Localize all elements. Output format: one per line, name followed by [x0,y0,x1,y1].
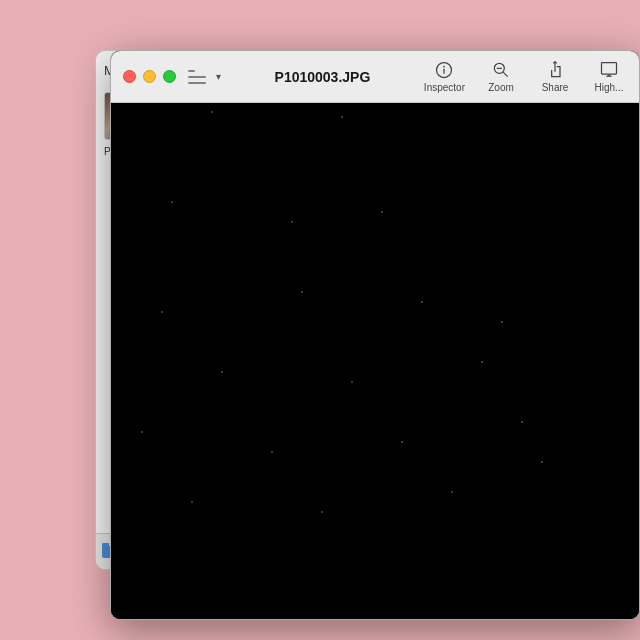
star-dot [501,321,503,323]
traffic-lights [123,70,176,83]
inspector-label: Inspector [424,82,465,93]
star-dot [211,111,213,113]
star-dot [191,501,193,503]
star-dot [291,221,293,223]
share-label: Share [542,82,569,93]
highlight-button[interactable]: High... [591,60,627,93]
star-dot [401,441,403,443]
star-dot [351,381,353,383]
highlight-label: High... [595,82,624,93]
star-dot [221,371,223,373]
maximize-button[interactable] [163,70,176,83]
share-button[interactable]: Share [537,60,573,93]
star-dot [421,301,423,303]
star-dot [341,116,343,118]
share-icon [545,60,565,80]
zoom-out-icon [491,60,511,80]
highlight-icon [599,60,619,80]
titlebar: ▾ P1010003.JPG Inspector [111,51,639,103]
sidebar-toggle-icon [188,70,206,84]
star-dot [541,461,543,463]
zoom-out-button[interactable]: Zoom [483,60,519,93]
window-title: P1010003.JPG [221,69,424,85]
svg-rect-7 [602,63,617,75]
star-dot [271,451,273,453]
minimize-button[interactable] [143,70,156,83]
svg-line-4 [503,72,508,77]
inspector-icon [434,60,454,80]
star-dot [521,421,523,423]
star-dot [141,431,143,433]
toolbar-actions: Inspector Zoom Share [424,60,627,93]
star-dot [481,361,483,363]
star-dot [451,491,453,493]
main-window: ▾ P1010003.JPG Inspector [110,50,640,620]
toolbar-left: ▾ [188,70,221,84]
star-dot [301,291,303,293]
star-dot [321,511,323,513]
desktop: MP P1010002.JPG 100OLYMP › [0,0,640,640]
content-area [111,103,639,619]
zoom-label: Zoom [488,82,514,93]
star-dot [161,311,163,313]
sidebar-toggle-button[interactable] [188,70,206,84]
inspector-button[interactable]: Inspector [424,60,465,93]
close-button[interactable] [123,70,136,83]
star-dot [171,201,173,203]
star-dot [381,211,383,213]
